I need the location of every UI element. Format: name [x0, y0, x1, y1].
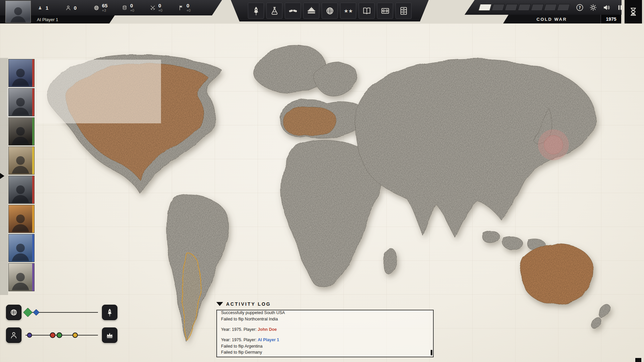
menu-almanac-button[interactable]: [359, 3, 375, 19]
activity-log-header[interactable]: ACTIVITY LOG: [216, 301, 271, 307]
window-controls: ?: [574, 2, 626, 13]
player-name: AI Player 1: [37, 17, 58, 22]
log-entry-text: Failed to flip Midwest USA: [221, 356, 270, 357]
leader-color-stripe: [32, 176, 34, 203]
map-mode-person-button[interactable]: [6, 327, 21, 343]
leader-portrait-2[interactable]: [8, 88, 35, 116]
speed-progress-bar: [479, 4, 569, 11]
menu-industry-button[interactable]: [377, 3, 393, 19]
menu-honors-button[interactable]: ★★: [340, 3, 356, 19]
medals-icon: ★★: [343, 6, 353, 16]
era-strip: COLD WAR 1975: [503, 15, 621, 23]
handshake-icon: [288, 6, 298, 16]
help-icon: ?: [576, 3, 584, 12]
log-entry: Failed to flip Midwest USA: [221, 355, 429, 357]
menu-diplomacy-button[interactable]: [285, 3, 301, 19]
log-entry: Year: 1975. Player: AI Player 1: [221, 337, 429, 343]
leader-portrait-5[interactable]: [8, 176, 35, 204]
map-mode-track[interactable]: [24, 327, 99, 343]
swords-icon: [150, 5, 156, 11]
leader-photo: [9, 263, 32, 291]
map-mode-marker[interactable]: [33, 309, 40, 316]
leader-portrait-7[interactable]: [8, 234, 35, 262]
log-entry-player: AI Player 1: [258, 338, 279, 342]
menu-archive-button[interactable]: [395, 3, 412, 19]
map-mode-marker[interactable]: [27, 333, 32, 338]
person-icon: [65, 5, 71, 11]
log-entry-text: Failed to flip Germany: [221, 350, 262, 355]
map-mode-globe-button[interactable]: [6, 305, 21, 320]
map-mode-row: [6, 305, 117, 320]
log-entry: [221, 322, 429, 326]
map-mode-marker[interactable]: [50, 333, 56, 338]
monument-icon: [307, 6, 316, 16]
map-mode-marker[interactable]: [72, 333, 78, 338]
sound-icon: [602, 3, 611, 12]
log-entry-player: John Doe: [258, 327, 277, 332]
resource-value: 0: [186, 3, 191, 8]
end-turn-button[interactable]: [625, 0, 642, 23]
top-bar: ♟︎ 1 0 65 +3 0 +0 0 +0: [0, 0, 644, 23]
crown-icon: [105, 331, 114, 340]
progress-segment: [544, 4, 557, 11]
menu-world-button[interactable]: [322, 3, 338, 19]
scrollbar-thumb[interactable]: [431, 350, 432, 355]
map-mode-controls: [6, 305, 117, 350]
log-entry: [221, 333, 429, 337]
globe-icon: [93, 5, 100, 11]
era-label: COLD WAR: [503, 17, 600, 22]
map-mode-crown-button[interactable]: [102, 327, 117, 343]
region-indonesia-2[interactable]: [503, 237, 523, 249]
resource-delta: +0: [130, 9, 134, 12]
map-mode-marker[interactable]: [23, 308, 33, 317]
resource-value: 0: [74, 5, 76, 10]
rocket-icon: [251, 6, 261, 16]
menu-wonders-button[interactable]: [303, 3, 319, 19]
flag-icon: [178, 5, 184, 11]
map-mode-marker[interactable]: [57, 333, 62, 338]
resource-delta: +0: [186, 9, 191, 12]
book-icon: [362, 6, 372, 16]
region-australia[interactable]: [520, 244, 594, 304]
settings-button[interactable]: [587, 2, 599, 13]
progress-segment: [478, 4, 492, 11]
pause-button[interactable]: [614, 2, 626, 13]
menu-space-button[interactable]: [248, 3, 264, 19]
cabinet-icon: [399, 6, 409, 16]
resource-value: 65: [102, 3, 108, 8]
leader-color-stripe: [32, 118, 34, 145]
leader-portrait-1[interactable]: [8, 59, 35, 87]
resource-influence: 65 +3: [93, 3, 121, 12]
map-mode-rocket-button[interactable]: [102, 305, 117, 320]
leader-color-stripe: [32, 234, 34, 262]
resource-agents: 0: [65, 5, 93, 11]
player-portrait[interactable]: [5, 1, 31, 23]
time-controls-panel: ?: [465, 0, 622, 15]
globe-icon: [325, 6, 335, 16]
leader-photo: [9, 176, 32, 203]
map-mode-track[interactable]: [24, 305, 99, 320]
leader-portrait-8[interactable]: [8, 263, 35, 291]
corner-artifact: [635, 358, 641, 362]
leader-color-stripe: [32, 205, 34, 233]
activity-log-box[interactable]: Successfully puppeted South USA Failed t…: [216, 310, 434, 357]
resource-military: 0 +0: [150, 3, 178, 12]
leader-portrait-4[interactable]: [8, 146, 35, 175]
leader-color-stripe: [32, 147, 34, 174]
year-display: 1975: [600, 15, 621, 23]
region-europe-highlight[interactable]: [283, 107, 336, 136]
hourglass-icon: [628, 7, 638, 17]
progress-segment: [557, 4, 570, 11]
log-entry-text: Failed to flip Northcentral India: [221, 317, 278, 321]
leader-portrait-3[interactable]: [8, 117, 35, 145]
leader-photo: [9, 118, 32, 145]
log-entry-text: Year: 1975. Player:: [221, 327, 258, 332]
help-button[interactable]: ?: [574, 2, 585, 13]
leader-photo: [9, 234, 32, 262]
region-indonesia[interactable]: [482, 230, 499, 243]
sound-button[interactable]: [601, 2, 612, 13]
sidebar-expander[interactable]: [0, 173, 4, 179]
leader-color-stripe: [32, 59, 34, 87]
leader-portrait-6[interactable]: [8, 205, 35, 233]
menu-research-button[interactable]: [266, 3, 282, 19]
